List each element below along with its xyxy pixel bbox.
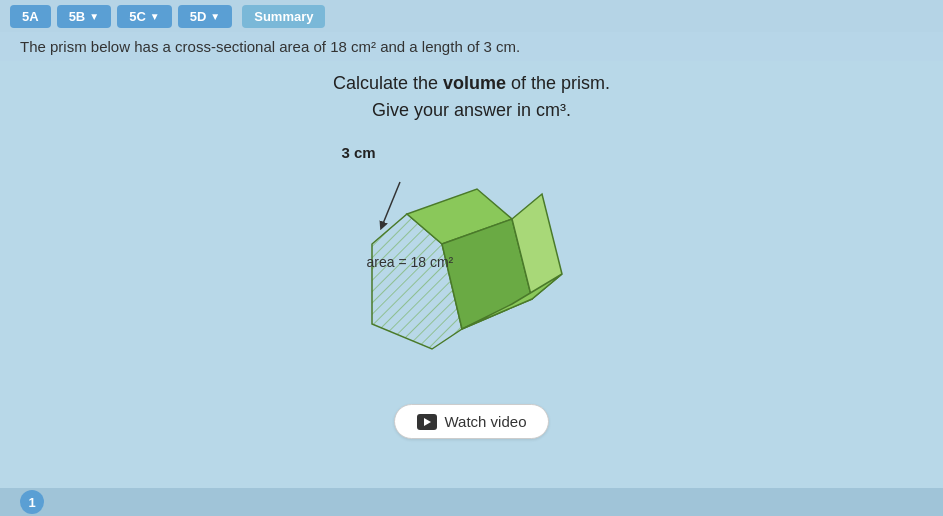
nav-btn-5d[interactable]: 5D ▼: [178, 5, 233, 28]
video-icon: [417, 414, 437, 430]
question-line1-suffix: of the prism.: [506, 73, 610, 93]
prism-diagram: 3 cm: [332, 144, 612, 384]
top-nav: 5A 5B ▼ 5C ▼ 5D ▼ Summary: [0, 0, 943, 32]
header-description: The prism below has a cross-sectional ar…: [0, 32, 943, 61]
question-line2: Give your answer in cm³.: [333, 97, 610, 124]
main-content: Calculate the volume of the prism. Give …: [0, 60, 943, 439]
chevron-down-icon: ▼: [89, 11, 99, 22]
chevron-down-icon: ▼: [210, 11, 220, 22]
svg-line-6: [382, 182, 400, 226]
question-text: Calculate the volume of the prism. Give …: [333, 70, 610, 124]
chevron-down-icon: ▼: [150, 11, 160, 22]
nav-btn-5c[interactable]: 5C ▼: [117, 5, 172, 28]
nav-5c-label: 5C: [129, 9, 146, 24]
area-label: area = 18 cm²: [367, 254, 454, 270]
length-label: 3 cm: [342, 144, 376, 161]
page-number: 1: [20, 490, 44, 514]
question-line1-prefix: Calculate the: [333, 73, 443, 93]
watch-video-label: Watch video: [445, 413, 527, 430]
nav-5b-label: 5B: [69, 9, 86, 24]
nav-btn-5b[interactable]: 5B ▼: [57, 5, 112, 28]
bottom-bar: 1: [0, 488, 943, 516]
nav-5d-label: 5D: [190, 9, 207, 24]
nav-btn-5a[interactable]: 5A: [10, 5, 51, 28]
question-line1-bold: volume: [443, 73, 506, 93]
watch-video-button[interactable]: Watch video: [394, 404, 550, 439]
nav-btn-summary[interactable]: Summary: [242, 5, 325, 28]
